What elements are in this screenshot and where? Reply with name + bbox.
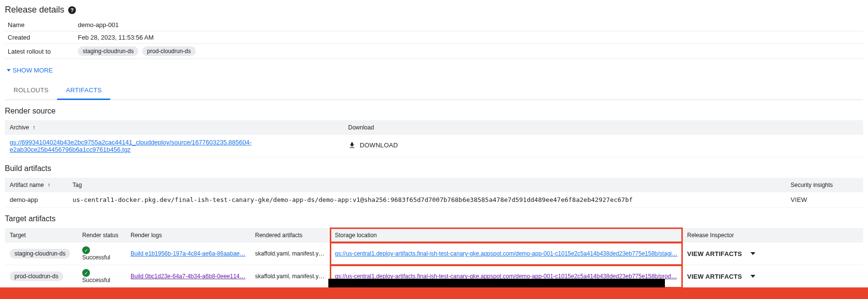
chevron-down-icon <box>750 275 755 278</box>
tabs: ROLLOUTS ARTIFACTS <box>5 82 863 100</box>
help-icon[interactable]: ? <box>68 6 76 14</box>
chevron-down-icon <box>7 69 11 71</box>
chevron-down-icon <box>750 252 755 255</box>
col-archive[interactable]: Archive ↑ <box>5 120 343 135</box>
view-artifacts-button[interactable]: VIEW ARTIFACTS <box>687 273 756 280</box>
render-status: Successful <box>82 277 110 284</box>
rollout-target-chip[interactable]: prod-cloudrun-ds <box>142 46 196 56</box>
col-render-logs: Render logs <box>126 228 250 242</box>
success-icon: ✓ <box>82 246 90 254</box>
col-download: Download <box>343 120 863 135</box>
archive-link[interactable]: gs://69934104024b43e2bc9755a2cac44141_cl… <box>10 139 251 153</box>
decorative-bar <box>0 287 868 292</box>
tab-rollouts[interactable]: ROLLOUTS <box>5 82 57 100</box>
name-label: Name <box>5 19 75 31</box>
view-artifacts-label: VIEW ARTIFACTS <box>687 273 742 280</box>
col-archive-label: Archive <box>10 124 29 131</box>
decorative-bar <box>328 279 665 287</box>
view-artifacts-label: VIEW ARTIFACTS <box>687 250 742 257</box>
table-row: gs://69934104024b43e2bc9755a2cac44141_cl… <box>5 135 863 157</box>
rollout-label: Latest rollout to <box>5 44 75 59</box>
created-value: Feb 28, 2023, 11:53:56 AM <box>75 31 863 44</box>
col-storage-location: Storage location <box>330 228 682 242</box>
show-more-button[interactable]: SHOW MORE <box>5 63 863 78</box>
render-logs-link[interactable]: Build e1b1956b-197a-4c84-ae6a-86aabae… <box>131 250 246 257</box>
col-security-insights: Security insights <box>786 178 863 192</box>
storage-location-link[interactable]: gs://us-central1.deploy-artifacts.final-… <box>335 250 677 257</box>
target-artifacts-title: Target artifacts <box>5 214 863 223</box>
render-logs-link[interactable]: Build 0bc1d23e-64a7-4b34-a6b8-0eee114… <box>131 273 246 280</box>
download-icon <box>348 142 356 149</box>
col-release-inspector: Release Inspector <box>682 228 863 242</box>
artifact-name: demo-app <box>5 192 68 208</box>
download-label: DOWNLOAD <box>360 142 398 149</box>
target-chip[interactable]: staging-cloudrun-ds <box>10 249 70 258</box>
tab-artifacts[interactable]: ARTIFACTS <box>57 82 110 100</box>
view-artifacts-button[interactable]: VIEW ARTIFACTS <box>687 250 756 257</box>
build-artifacts-table: Artifact name ↑ Tag Security insights de… <box>5 178 863 208</box>
show-more-label: SHOW MORE <box>13 67 53 74</box>
build-artifacts-title: Build artifacts <box>5 164 863 173</box>
sort-up-icon: ↑ <box>32 124 35 131</box>
artifact-tag: us-central1-docker.pkg.dev/final-ish-tes… <box>68 192 786 208</box>
name-value: demo-app-001 <box>75 19 863 31</box>
col-rendered-artifacts: Rendered artifacts <box>250 228 330 242</box>
col-artifact-name[interactable]: Artifact name ↑ <box>5 178 68 192</box>
sort-up-icon: ↑ <box>47 182 50 188</box>
render-source-table: Archive ↑ Download gs://69934104024b43e2… <box>5 120 863 157</box>
created-label: Created <box>5 31 75 44</box>
rollout-target-chip[interactable]: staging-cloudrun-ds <box>78 46 138 56</box>
page-title: Release details <box>5 5 64 15</box>
download-button[interactable]: DOWNLOAD <box>348 142 398 149</box>
table-row: staging-cloudrun-ds ✓Successful Build e1… <box>5 242 863 265</box>
col-artifact-name-label: Artifact name <box>10 182 44 188</box>
rendered-artifacts: skaffold.yaml, manifest.y… <box>255 273 325 280</box>
render-source-title: Render source <box>5 107 863 115</box>
view-insights-button[interactable]: VIEW <box>791 196 807 203</box>
success-icon: ✓ <box>82 269 90 277</box>
col-target: Target <box>5 228 77 242</box>
col-render-status: Render status <box>77 228 126 242</box>
col-tag: Tag <box>68 178 786 192</box>
table-row: demo-app us-central1-docker.pkg.dev/fina… <box>5 192 863 208</box>
release-details-table: Name demo-app-001 Created Feb 28, 2023, … <box>5 19 863 59</box>
render-status: Successful <box>82 254 110 261</box>
rendered-artifacts: skaffold.yaml, manifest.y… <box>255 250 325 257</box>
target-chip[interactable]: prod-cloudrun-ds <box>10 271 63 281</box>
